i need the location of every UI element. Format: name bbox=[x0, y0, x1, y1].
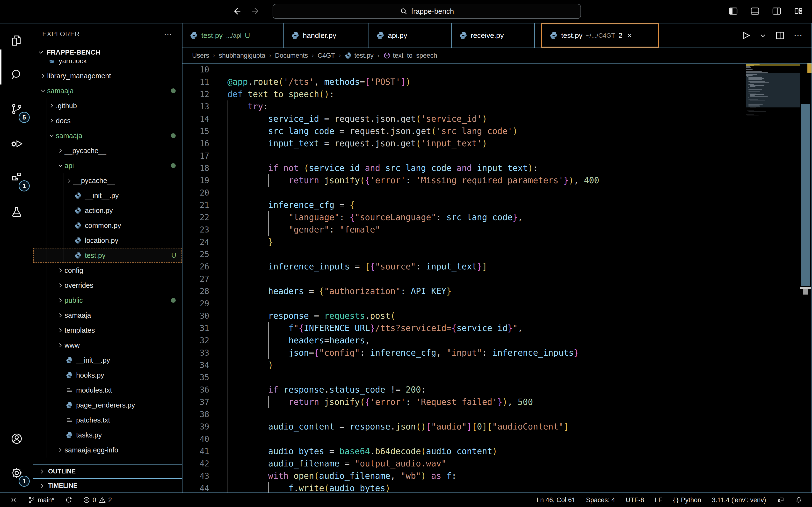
tree-item-action.py[interactable]: action.py bbox=[33, 203, 182, 218]
chevron-right-icon bbox=[49, 103, 55, 109]
code-line-21: 21 inference_cfg = { bbox=[183, 199, 812, 211]
status-item-feedback[interactable] bbox=[777, 496, 784, 504]
settings-button[interactable]: 1 bbox=[0, 456, 33, 490]
split-editor-icon[interactable] bbox=[775, 30, 785, 41]
tree-item-www[interactable]: www bbox=[33, 338, 182, 353]
tree-item-config[interactable]: config bbox=[33, 263, 182, 278]
tree-item-public[interactable]: public bbox=[33, 293, 182, 308]
tree-item-.github[interactable]: .github bbox=[33, 98, 182, 113]
tab-test.py[interactable]: test.py.../apiU bbox=[183, 23, 284, 48]
line-number: 41 bbox=[183, 445, 209, 457]
status-item-3-11-4-env-venv-[interactable]: 3.11.4 ('env': venv) bbox=[712, 496, 766, 504]
tree-item-docs[interactable]: docs bbox=[33, 113, 182, 128]
sync-button[interactable] bbox=[65, 496, 72, 504]
python-icon bbox=[74, 192, 82, 199]
tree-item-tasks.py[interactable]: tasks.py bbox=[33, 428, 182, 443]
code-line-16: 16 input_text = request.json.get('input_… bbox=[183, 137, 812, 150]
tree-item-location.py[interactable]: location.py bbox=[33, 233, 182, 248]
tree-item-test.py[interactable]: test.pyU bbox=[33, 248, 182, 263]
tree-item-__pycache__[interactable]: __pycache__ bbox=[33, 143, 182, 158]
problems-status[interactable]: 02 bbox=[83, 496, 112, 504]
search-view-button[interactable] bbox=[0, 58, 33, 92]
tree-item-samaaja[interactable]: samaaja bbox=[33, 83, 182, 98]
tree-item-samaaja[interactable]: samaaja bbox=[33, 128, 182, 143]
code-lines: 1011@app.route('/tts', methods=['POST'])… bbox=[183, 63, 812, 493]
tree-item-samaaja[interactable]: samaaja bbox=[33, 308, 182, 323]
breadcrumb-item-Users[interactable]: Users bbox=[192, 52, 209, 59]
line-number: 11 bbox=[183, 76, 209, 88]
tree-item-patches.txt[interactable]: patches.txt bbox=[33, 412, 182, 428]
more-actions-icon[interactable]: ⋯ bbox=[794, 31, 803, 41]
breadcrumb-item-text_to_speech[interactable]: text_to_speech bbox=[383, 52, 437, 59]
branch-status[interactable]: main* bbox=[28, 496, 54, 504]
source-control-view-button[interactable]: 5 bbox=[0, 92, 33, 126]
toggle-secondary-sidebar-icon[interactable] bbox=[770, 4, 783, 18]
nav-back-button[interactable] bbox=[230, 4, 244, 18]
tree-item-__init__.py[interactable]: __init__.py bbox=[33, 353, 182, 368]
status-item-utf-8[interactable]: UTF-8 bbox=[626, 496, 644, 504]
code-editor[interactable]: 1011@app.route('/tts', methods=['POST'])… bbox=[183, 63, 812, 493]
explorer-view-button[interactable] bbox=[0, 23, 33, 58]
customize-layout-icon[interactable] bbox=[792, 4, 805, 18]
tree-item-api[interactable]: api bbox=[33, 158, 182, 173]
toggle-sidebar-icon[interactable] bbox=[726, 4, 740, 18]
run-dropdown-icon[interactable] bbox=[759, 32, 767, 39]
tree-item-common.py[interactable]: common.py bbox=[33, 218, 182, 233]
tab-handler.py[interactable]: handler.py bbox=[284, 23, 369, 48]
breadcrumb-item-C4GT[interactable]: C4GT bbox=[317, 52, 335, 59]
tab-test.py[interactable]: test.py~/.../C4GT2× bbox=[541, 23, 659, 48]
tree-item-overrides[interactable]: overrides bbox=[33, 278, 182, 293]
line-number: 36 bbox=[183, 384, 209, 396]
line-number: 17 bbox=[183, 150, 209, 162]
tab-bar: test.py.../apiUhandler.pyapi.pyreceive.p… bbox=[183, 23, 812, 48]
timeline-section-header[interactable]: TIMELINE bbox=[33, 478, 182, 493]
python-icon bbox=[459, 32, 467, 40]
nav-forward-button[interactable] bbox=[249, 4, 262, 18]
breadcrumb-item-test.py[interactable]: test.py bbox=[345, 52, 373, 59]
status-item-spaces-4[interactable]: Spaces: 4 bbox=[586, 496, 615, 504]
tree-item-library_management[interactable]: library_management bbox=[33, 68, 182, 83]
chevron-right-icon bbox=[57, 312, 63, 319]
tab-badge: 2 bbox=[618, 32, 622, 40]
accounts-button[interactable] bbox=[0, 421, 33, 456]
tab-receive.py[interactable]: receive.py bbox=[452, 23, 535, 48]
command-center-search[interactable]: frappe-bench bbox=[272, 4, 581, 19]
run-button[interactable] bbox=[740, 30, 751, 41]
tree-item-modules.txt[interactable]: modules.txt bbox=[33, 383, 182, 398]
tree-item-hooks.py[interactable]: hooks.py bbox=[33, 368, 182, 383]
outline-section-header[interactable]: OUTLINE bbox=[33, 464, 182, 478]
tree-item-samaaja.egg-info[interactable]: samaaja.egg-info bbox=[33, 443, 182, 457]
extensions-view-button[interactable]: 1 bbox=[0, 161, 33, 195]
views-actions-icon[interactable]: ⋯ bbox=[164, 29, 173, 39]
remote-indicator[interactable] bbox=[10, 496, 17, 504]
breadcrumb-item-Documents[interactable]: Documents bbox=[275, 52, 308, 59]
status-item-ln-46-col-61[interactable]: Ln 46, Col 61 bbox=[537, 496, 575, 504]
status-item-python[interactable]: { }Python bbox=[673, 496, 701, 504]
minimap[interactable] bbox=[746, 64, 800, 119]
tree-item-templates[interactable]: templates bbox=[33, 323, 182, 338]
tree-item-yarn.lock[interactable]: yarn.lock bbox=[33, 60, 182, 68]
status-item-lf[interactable]: LF bbox=[655, 496, 662, 504]
editor-scrollbar[interactable] bbox=[801, 104, 810, 286]
breadcrumb-item-shubhangigupta[interactable]: shubhangigupta bbox=[219, 52, 265, 59]
tree-item-page_renderers.py[interactable]: page_renderers.py bbox=[33, 398, 182, 412]
tree-item-__init__.py[interactable]: __init__.py bbox=[33, 188, 182, 203]
testing-view-button[interactable] bbox=[0, 195, 33, 229]
status-item-bell[interactable] bbox=[795, 496, 802, 504]
python-icon bbox=[74, 237, 82, 244]
tab-label: handler.py bbox=[303, 32, 336, 40]
code-line-15: 15 src_lang_code = request.json.get('src… bbox=[183, 125, 812, 137]
chevron-down-icon bbox=[38, 49, 44, 56]
python-icon bbox=[74, 222, 82, 229]
chevron-right-icon bbox=[57, 327, 63, 333]
tab-api.py[interactable]: api.py bbox=[369, 23, 452, 48]
toggle-panel-icon[interactable] bbox=[748, 4, 762, 18]
search-icon bbox=[10, 68, 23, 81]
close-icon[interactable]: × bbox=[627, 31, 632, 40]
activity-bar: 5 1 1 bbox=[0, 23, 33, 493]
tree-item-__pycache__[interactable]: __pycache__ bbox=[33, 173, 182, 188]
run-debug-view-button[interactable] bbox=[0, 126, 33, 161]
line-number: 32 bbox=[183, 334, 209, 347]
line-number: 30 bbox=[183, 310, 209, 322]
explorer-root-folder[interactable]: FRAPPE-BENCH bbox=[33, 45, 182, 60]
